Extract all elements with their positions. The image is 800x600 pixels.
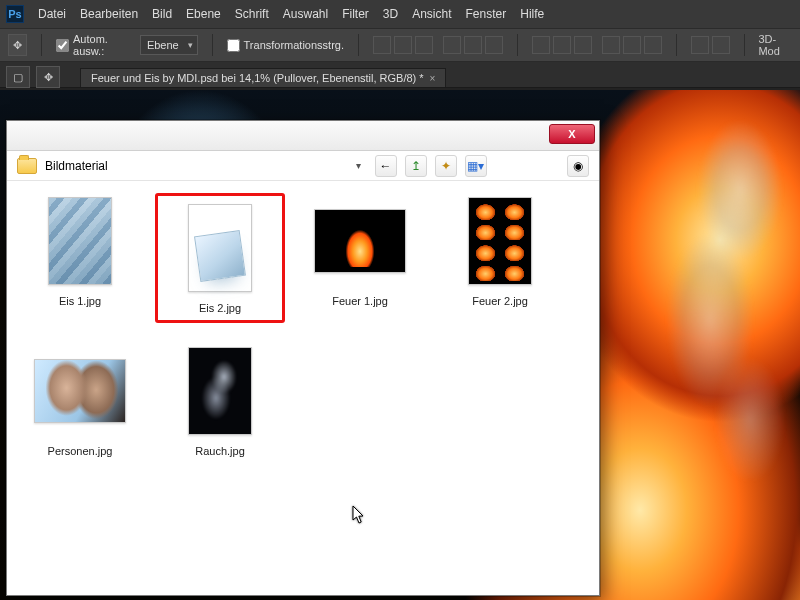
file-label: Personen.jpg xyxy=(48,445,113,457)
distribute-group-1 xyxy=(532,36,592,54)
thumbnail-icon xyxy=(48,197,112,285)
thumbnail-icon xyxy=(188,347,252,435)
close-tab-icon[interactable]: × xyxy=(430,73,436,84)
auto-select-option[interactable]: Autom. ausw.: xyxy=(56,33,130,57)
file-item-eis2[interactable]: Eis 2.jpg xyxy=(155,193,285,323)
align-icon[interactable] xyxy=(464,36,482,54)
distribute-group-2 xyxy=(602,36,662,54)
thumbnail-icon xyxy=(34,359,126,423)
nav-back-button[interactable]: ← xyxy=(375,155,397,177)
menu-fenster[interactable]: Fenster xyxy=(466,7,507,21)
move-tool-icon[interactable]: ✥ xyxy=(8,34,27,56)
menu-hilfe[interactable]: Hilfe xyxy=(520,7,544,21)
menu-bar: Ps Datei Bearbeiten Bild Ebene Schrift A… xyxy=(0,0,800,28)
menu-datei[interactable]: Datei xyxy=(38,7,66,21)
folder-dropdown-icon[interactable]: ▾ xyxy=(356,160,361,171)
folder-icon xyxy=(17,158,37,174)
layer-type-dropdown[interactable]: Ebene xyxy=(140,35,198,55)
arrange-group xyxy=(691,36,730,54)
distribute-icon[interactable] xyxy=(553,36,571,54)
menu-ansicht[interactable]: Ansicht xyxy=(412,7,451,21)
align-group-2 xyxy=(443,36,503,54)
dialog-close-button[interactable]: X xyxy=(549,124,595,144)
menu-bearbeiten[interactable]: Bearbeiten xyxy=(80,7,138,21)
menu-ebene[interactable]: Ebene xyxy=(186,7,221,21)
dialog-nav-bar: Bildmaterial ▾ ← ↥ ✦ ▦▾ ◉ xyxy=(7,151,599,181)
file-label: Eis 1.jpg xyxy=(59,295,101,307)
align-icon[interactable] xyxy=(373,36,391,54)
dialog-titlebar[interactable]: X xyxy=(7,121,599,151)
dialog-file-list: Eis 1.jpg Eis 2.jpg Feuer 1.jpg Feuer 2.… xyxy=(7,181,599,595)
nav-up-button[interactable]: ↥ xyxy=(405,155,427,177)
file-open-dialog: X Bildmaterial ▾ ← ↥ ✦ ▦▾ ◉ Eis 1.jpg Ei… xyxy=(6,120,600,596)
menu-schrift[interactable]: Schrift xyxy=(235,7,269,21)
file-item-rauch[interactable]: Rauch.jpg xyxy=(155,343,285,457)
align-group-1 xyxy=(373,36,433,54)
distribute-icon[interactable] xyxy=(644,36,662,54)
canvas-smoke-art xyxy=(650,100,790,480)
file-label: Eis 2.jpg xyxy=(199,302,241,314)
distribute-icon[interactable] xyxy=(532,36,550,54)
menu-filter[interactable]: Filter xyxy=(342,7,369,21)
file-item-eis1[interactable]: Eis 1.jpg xyxy=(15,193,145,323)
file-item-personen[interactable]: Personen.jpg xyxy=(15,343,145,457)
camera-icon[interactable]: ◉ xyxy=(567,155,589,177)
app-logo: Ps xyxy=(6,5,24,23)
align-icon[interactable] xyxy=(394,36,412,54)
marquee-tool-icon[interactable]: ▢ xyxy=(6,66,30,88)
document-tab-title: Feuer und Eis by MDI.psd bei 14,1% (Pull… xyxy=(91,72,424,84)
transform-controls-label: Transformationsstrg. xyxy=(244,39,344,51)
align-icon[interactable] xyxy=(485,36,503,54)
options-bar: ✥ Autom. ausw.: Ebene Transformationsstr… xyxy=(0,28,800,62)
thumbnail-icon xyxy=(188,204,252,292)
align-icon[interactable] xyxy=(443,36,461,54)
arrange-icon[interactable] xyxy=(712,36,730,54)
menu-bild[interactable]: Bild xyxy=(152,7,172,21)
move-tool-icon[interactable]: ✥ xyxy=(36,66,60,88)
menu-auswahl[interactable]: Auswahl xyxy=(283,7,328,21)
file-item-feuer1[interactable]: Feuer 1.jpg xyxy=(295,193,425,323)
distribute-icon[interactable] xyxy=(602,36,620,54)
thumbnail-icon xyxy=(468,197,532,285)
dialog-folder-name[interactable]: Bildmaterial xyxy=(45,159,275,173)
file-label: Feuer 1.jpg xyxy=(332,295,388,307)
transform-controls-option[interactable]: Transformationsstrg. xyxy=(227,39,344,52)
file-label: Rauch.jpg xyxy=(195,445,245,457)
mode-3d-label[interactable]: 3D-Mod xyxy=(758,33,792,57)
distribute-icon[interactable] xyxy=(574,36,592,54)
side-tool-strip: ▢ ✥ xyxy=(0,62,70,92)
new-folder-button[interactable]: ✦ xyxy=(435,155,457,177)
file-label: Feuer 2.jpg xyxy=(472,295,528,307)
thumbnail-icon xyxy=(314,209,406,273)
menu-3d[interactable]: 3D xyxy=(383,7,398,21)
view-menu-button[interactable]: ▦▾ xyxy=(465,155,487,177)
auto-select-label: Autom. ausw.: xyxy=(73,33,130,57)
document-tab-bar: Feuer und Eis by MDI.psd bei 14,1% (Pull… xyxy=(0,62,800,88)
distribute-icon[interactable] xyxy=(623,36,641,54)
arrange-icon[interactable] xyxy=(691,36,709,54)
file-item-feuer2[interactable]: Feuer 2.jpg xyxy=(435,193,565,323)
transform-controls-checkbox[interactable] xyxy=(227,39,240,52)
align-icon[interactable] xyxy=(415,36,433,54)
auto-select-checkbox[interactable] xyxy=(56,39,69,52)
document-tab[interactable]: Feuer und Eis by MDI.psd bei 14,1% (Pull… xyxy=(80,68,446,87)
